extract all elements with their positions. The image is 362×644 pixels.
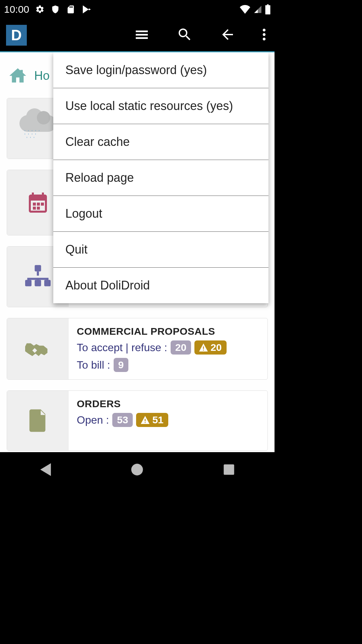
proposals-bill-line: To bill : 9 <box>77 358 259 372</box>
nav-home-button[interactable] <box>131 463 143 477</box>
back-button[interactable] <box>220 26 236 44</box>
status-icons-right <box>240 4 270 14</box>
proposals-accept-label: To accept | refuse : <box>77 341 167 354</box>
warning-icon <box>141 416 149 424</box>
circle-home-icon <box>131 463 143 476</box>
sitemap-icon <box>25 265 51 288</box>
orders-title: ORDERS <box>77 398 259 410</box>
orders-open-badge[interactable]: 53 <box>112 413 133 427</box>
svg-point-0 <box>263 29 265 31</box>
status-time: 10:00 <box>4 4 29 15</box>
menu-button[interactable] <box>134 26 150 44</box>
home-icon <box>7 66 29 86</box>
triangle-back-icon <box>40 463 51 476</box>
menu-item-about[interactable]: About DoliDroid <box>53 268 268 303</box>
hamburger-icon <box>134 26 150 43</box>
signal-icon <box>253 5 262 14</box>
square-recent-icon <box>223 464 235 475</box>
orders-open-warn-count: 51 <box>152 414 163 426</box>
app-bar: D <box>0 19 275 52</box>
dots-vertical-icon <box>262 26 266 43</box>
orders-open-line: Open : 53 51 <box>77 413 259 427</box>
proposals-accept-warn-count: 20 <box>210 342 222 353</box>
nav-back-button[interactable] <box>40 463 51 477</box>
proposals-accept-warn-badge[interactable]: 20 <box>194 340 226 355</box>
svg-point-7 <box>131 464 143 476</box>
menu-item-save-login[interactable]: Save login/password (yes) <box>53 52 268 88</box>
menu-item-clear-cache[interactable]: Clear cache <box>53 124 268 160</box>
file-icon <box>28 409 47 432</box>
orders-open-warn-badge[interactable]: 51 <box>136 413 168 427</box>
search-icon <box>177 26 193 43</box>
wifi-icon <box>240 5 250 14</box>
warning-icon <box>199 343 208 352</box>
sd-card-icon <box>66 5 75 14</box>
proposals-accept-badge[interactable]: 20 <box>171 340 191 355</box>
status-bar: 10:00 <box>0 0 275 19</box>
menu-item-logout[interactable]: Logout <box>53 196 268 232</box>
system-nav-bar <box>0 452 275 488</box>
orders-card[interactable]: ORDERS Open : 53 51 <box>7 390 268 451</box>
proposals-title: COMMERCIAL PROPOSALS <box>77 326 259 337</box>
proposals-card[interactable]: COMMERCIAL PROPOSALS To accept | refuse … <box>7 318 268 380</box>
proposals-card-icon <box>7 318 69 379</box>
svg-point-2 <box>263 38 265 40</box>
search-button[interactable] <box>177 26 193 44</box>
battery-icon <box>265 4 270 14</box>
handshake-icon <box>25 340 51 358</box>
nav-recent-button[interactable] <box>223 464 235 477</box>
proposals-accept-line: To accept | refuse : 20 20 <box>77 340 259 355</box>
shield-icon <box>51 5 60 14</box>
status-icons-left <box>35 4 92 15</box>
orders-open-label: Open : <box>77 414 109 426</box>
home-label: Ho <box>34 69 50 83</box>
svg-rect-3 <box>35 265 41 271</box>
overflow-menu: Save login/password (yes) Use local stat… <box>53 52 268 303</box>
menu-item-reload[interactable]: Reload page <box>53 160 268 196</box>
svg-point-1 <box>263 33 265 36</box>
arrow-left-icon <box>220 26 236 43</box>
proposals-bill-badge[interactable]: 9 <box>114 358 129 372</box>
gear-icon <box>35 5 45 14</box>
content-area: Ho ' ' ' ' '' ' ' ' ' ' ' COMMERCIAL PRO… <box>0 52 275 452</box>
menu-item-local-resources[interactable]: Use local static resources (yes) <box>53 88 268 124</box>
calendar-icon <box>26 191 50 215</box>
play-store-icon <box>81 4 92 15</box>
orders-card-icon <box>7 391 69 450</box>
app-logo[interactable]: D <box>6 25 27 46</box>
overflow-button[interactable] <box>262 26 266 44</box>
proposals-bill-label: To bill : <box>77 359 110 371</box>
rain-cloud-icon: ' ' ' ' '' ' ' ' ' ' ' <box>18 112 58 145</box>
svg-rect-8 <box>224 464 234 475</box>
menu-item-quit[interactable]: Quit <box>53 232 268 268</box>
